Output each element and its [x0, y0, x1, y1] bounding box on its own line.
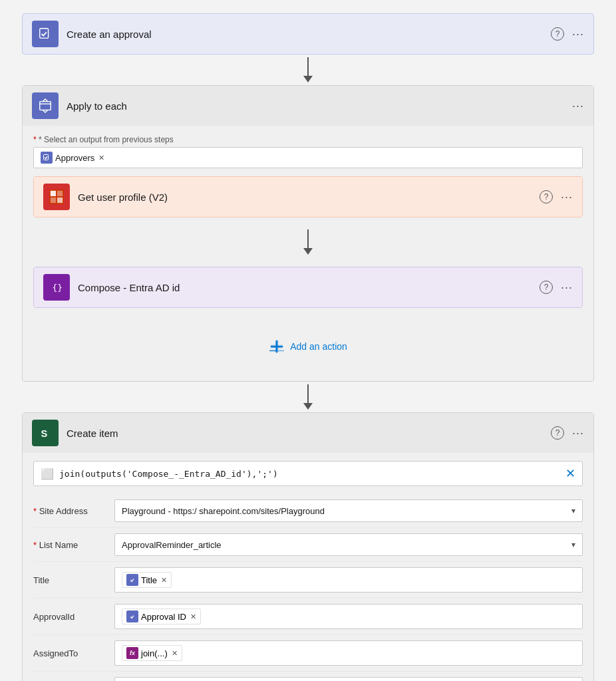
- add-action-button[interactable]: Add an action: [269, 332, 347, 361]
- assigned-to-row: AssignedTo fx join(...) ✕: [33, 635, 583, 672]
- approval-card-header: Create an approval ? ···: [23, 14, 593, 54]
- approval-id-token-label: Approval ID: [141, 612, 186, 622]
- compose-icon: {}: [43, 274, 70, 301]
- svg-rect-5: [51, 191, 56, 196]
- create-item-header: S Create item ? ···: [23, 413, 593, 453]
- title-token-label: Title: [141, 575, 157, 585]
- assigned-to-token-remove[interactable]: ✕: [172, 649, 178, 658]
- svg-rect-15: [269, 350, 277, 352]
- apply-each-body: * * Select an output from previous steps…: [23, 126, 593, 381]
- date-input[interactable]: Request date ✕: [114, 677, 583, 681]
- title-row: Title Title ✕: [33, 562, 583, 599]
- approval-id-input[interactable]: Approval ID ✕: [114, 604, 583, 629]
- title-input[interactable]: Title ✕: [114, 567, 583, 593]
- site-address-label: * Site Address: [33, 506, 106, 516]
- sharepoint-icon: S: [32, 420, 59, 446]
- list-name-label: * List Name: [33, 540, 106, 550]
- select-output-input[interactable]: Approvers ✕: [33, 147, 583, 168]
- approval-actions: ? ···: [551, 27, 584, 41]
- list-name-dropdown[interactable]: ApprovalReminder_article ▾: [114, 533, 583, 556]
- assigned-to-input[interactable]: fx join(...) ✕: [114, 640, 583, 666]
- approval-id-label: ApprovalId: [33, 612, 106, 622]
- compose-card: {} Compose - Entra AD id ? ···: [33, 267, 583, 308]
- create-item-actions: ? ···: [551, 426, 584, 440]
- expression-icon: ⬜: [41, 468, 54, 480]
- site-address-row: * Site Address Playground - https:/ shar…: [33, 494, 583, 528]
- approval-title: Create an approval: [67, 29, 543, 40]
- expression-close-btn[interactable]: ✕: [565, 466, 575, 481]
- create-item-body: ⬜ join(outputs('Compose_-_Entra_AD_id'),…: [23, 453, 593, 681]
- svg-rect-7: [51, 198, 56, 203]
- compose-actions: ? ···: [539, 281, 573, 295]
- approval-id-token: Approval ID ✕: [122, 609, 201, 624]
- title-token-remove[interactable]: ✕: [161, 576, 167, 585]
- create-item-card: S Create item ? ··· ⬜ join(outputs('Comp…: [22, 412, 594, 681]
- add-action-icon: [269, 339, 285, 354]
- site-address-dropdown[interactable]: Playground - https:/ sharepoint.com/site…: [114, 499, 583, 522]
- approval-card: Create an approval ? ···: [22, 13, 594, 55]
- arrow-1: [303, 57, 313, 82]
- assigned-to-token-label: join(...): [141, 648, 168, 658]
- expression-text: join(outputs('Compose_-_Entra_AD_id'),';…: [59, 469, 560, 479]
- approvers-tag: Approvers ✕: [41, 152, 104, 164]
- get-user-card: Get user profile (V2) ? ···: [33, 176, 583, 217]
- apply-each-actions: ···: [572, 99, 584, 113]
- apply-each-menu-btn[interactable]: ···: [572, 99, 584, 113]
- svg-rect-16: [278, 350, 284, 352]
- apply-each-icon: [32, 92, 59, 119]
- title-label: Title: [33, 575, 106, 585]
- assigned-to-label: AssignedTo: [33, 648, 106, 658]
- approvers-tag-remove[interactable]: ✕: [98, 154, 104, 162]
- get-user-menu-btn[interactable]: ···: [561, 190, 573, 204]
- svg-rect-6: [57, 191, 63, 196]
- inner-arrow: [33, 229, 583, 255]
- approvers-tag-icon: [41, 152, 53, 164]
- get-user-help-btn[interactable]: ?: [539, 190, 553, 204]
- compose-menu-btn[interactable]: ···: [561, 281, 573, 295]
- arrow-2: [303, 384, 313, 410]
- assigned-to-token: fx join(...) ✕: [122, 645, 182, 661]
- approval-id-row: ApprovalId Approval ID ✕: [33, 599, 583, 635]
- add-action-container: Add an action: [33, 316, 583, 372]
- get-user-icon: [43, 184, 70, 210]
- date-row: Date Request date ✕: [33, 672, 583, 681]
- create-item-help-btn[interactable]: ?: [551, 426, 564, 440]
- create-item-menu-btn[interactable]: ···: [572, 426, 584, 440]
- apply-each-header: Apply to each ···: [23, 86, 593, 126]
- svg-text:{}: {}: [53, 283, 63, 293]
- site-address-value: Playground - https:/ sharepoint.com/site…: [122, 506, 325, 516]
- svg-rect-0: [40, 29, 49, 39]
- approvers-tag-label: Approvers: [55, 153, 94, 163]
- title-token-icon: [126, 574, 138, 586]
- approval-menu-btn[interactable]: ···: [572, 27, 584, 41]
- list-name-row: * List Name ApprovalReminder_article ▾: [33, 528, 583, 562]
- select-output-field: * * Select an output from previous steps…: [33, 135, 583, 168]
- select-output-label: * * Select an output from previous steps: [33, 135, 583, 144]
- svg-rect-3: [44, 155, 49, 160]
- assigned-to-token-icon: fx: [126, 647, 138, 659]
- svg-text:S: S: [41, 428, 48, 439]
- list-name-value: ApprovalReminder_article: [122, 540, 222, 550]
- apply-each-card: Apply to each ··· * * Select an output f…: [22, 85, 594, 382]
- compose-header: {} Compose - Entra AD id ? ···: [33, 267, 583, 308]
- get-user-title: Get user profile (V2): [78, 192, 532, 203]
- approval-icon: [32, 21, 59, 47]
- approval-help-btn[interactable]: ?: [551, 27, 564, 41]
- svg-rect-8: [57, 198, 63, 203]
- expression-bar[interactable]: ⬜ join(outputs('Compose_-_Entra_AD_id'),…: [33, 461, 583, 486]
- compose-help-btn[interactable]: ?: [539, 281, 553, 294]
- site-address-chevron: ▾: [571, 506, 575, 515]
- get-user-actions: ? ···: [539, 190, 573, 204]
- approval-id-token-remove[interactable]: ✕: [190, 613, 196, 621]
- add-action-label: Add an action: [290, 341, 347, 352]
- compose-title: Compose - Entra AD id: [78, 282, 532, 293]
- get-user-header: Get user profile (V2) ? ···: [33, 176, 583, 217]
- approval-id-token-icon: [126, 611, 138, 622]
- apply-each-title: Apply to each: [67, 100, 564, 112]
- list-name-chevron: ▾: [571, 540, 575, 549]
- title-token: Title ✕: [122, 572, 172, 588]
- create-item-title: Create item: [67, 428, 543, 439]
- svg-rect-1: [40, 102, 51, 110]
